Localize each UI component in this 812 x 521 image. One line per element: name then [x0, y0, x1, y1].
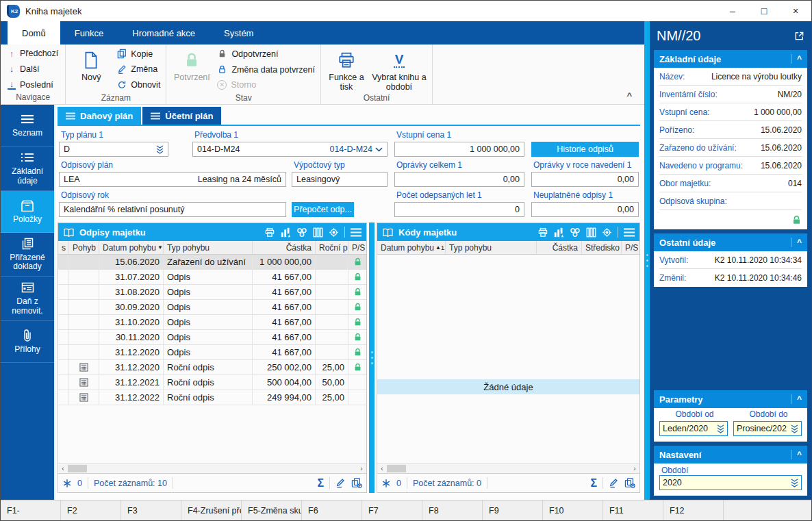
triple-chevron-icon[interactable] — [791, 479, 798, 487]
section-header-zakladni-udaje[interactable]: Základní údaje ^ — [654, 50, 807, 68]
scroll-left-icon[interactable]: ‹ — [377, 465, 387, 472]
horizontal-scrollbar[interactable]: ‹ › — [377, 463, 639, 473]
pocet-odepsanych-let-field[interactable]: 0 — [394, 202, 524, 217]
section-header-parametry[interactable]: Parametry ^ — [654, 390, 807, 408]
panel-splitter[interactable] — [644, 21, 650, 500]
typ-planu-field[interactable]: D — [59, 142, 168, 157]
section-header-nastaveni[interactable]: Nastavení ^ — [654, 446, 807, 463]
copy-add-icon[interactable] — [351, 478, 362, 488]
ribbon-collapse-icon[interactable]: ^ — [626, 91, 632, 100]
scroll-left-icon[interactable]: ‹ — [58, 465, 68, 472]
fkey-f9[interactable]: F9 — [483, 500, 543, 520]
table-row[interactable]: 15.06.2020 Zařazení do užívání 1 000 000… — [58, 255, 366, 270]
chart-icon[interactable] — [281, 227, 291, 238]
column-header[interactable]: Středisko — [582, 241, 622, 254]
sidebar-item-prilohy[interactable]: Přílohy — [1, 321, 54, 363]
column-header[interactable]: P/S — [622, 241, 639, 254]
table-row[interactable]: 31.12.2022 Roční odpis 249 994,00 25,00 — [58, 390, 366, 405]
ribbon-tab-funkce[interactable]: Funkce — [60, 21, 118, 45]
column-header[interactable]: Roční pr — [316, 241, 348, 254]
ribbon-tab-hromadne-akce[interactable]: Hromadné akce — [118, 21, 210, 45]
unconfirm-button[interactable]: Odpotvrzení — [217, 49, 315, 59]
asterisk-icon[interactable] — [381, 479, 391, 488]
collapse-chevron-icon[interactable]: ^ — [791, 54, 802, 64]
triple-chevron-icon[interactable] — [717, 424, 724, 433]
column-header[interactable]: s — [58, 241, 69, 254]
gears-icon[interactable] — [296, 227, 307, 238]
obdobi-od-dropdown[interactable]: Leden/2020 — [659, 421, 728, 436]
functions-print-button[interactable]: Funkce a tisk — [325, 47, 368, 92]
scroll-right-icon[interactable]: › — [357, 465, 366, 472]
scroll-thumb[interactable] — [68, 465, 87, 472]
fkey-f11[interactable]: F11 — [603, 500, 663, 520]
fkey-f12[interactable]: F12 — [663, 500, 724, 520]
tab-ucetni-plan[interactable]: Účetní plán — [142, 107, 221, 125]
sidebar-item-prirazene-doklady[interactable]: Přiřazené doklady — [1, 233, 54, 277]
column-header[interactable]: Datum pohybu▲1 — [377, 241, 446, 254]
ribbon-tab-system[interactable]: Systém — [210, 21, 268, 45]
next-button[interactable]: ↓ Další — [8, 64, 58, 74]
prepocet-button[interactable]: Přepočet odp... — [292, 202, 354, 217]
print-icon[interactable] — [537, 227, 548, 238]
fkey-f8[interactable]: F8 — [422, 500, 483, 520]
collapse-chevron-icon[interactable]: ^ — [791, 394, 802, 404]
vstupni-cena-field[interactable]: 1 000 000,00 — [394, 142, 524, 157]
fkey-f4[interactable]: F4-Zrušení pře... — [181, 500, 242, 520]
column-header[interactable]: Částka — [253, 241, 316, 254]
new-button[interactable]: Nový — [70, 47, 112, 92]
menu-icon[interactable] — [351, 228, 361, 237]
fkey-f6[interactable]: F6 — [302, 500, 362, 520]
odpisovy-plan-field[interactable]: LEA Leasing na 24 měsíců — [59, 172, 286, 187]
sidebar-item-zakladni-udaje[interactable]: Základní údaje — [1, 147, 54, 191]
triple-chevron-icon[interactable] — [156, 145, 164, 154]
columns-icon[interactable] — [586, 227, 596, 238]
edit-icon[interactable] — [609, 478, 619, 488]
scroll-right-icon[interactable]: › — [630, 465, 639, 472]
select-book-period-button[interactable]: V Vybrat knihu a období — [370, 47, 428, 92]
neuplatnene-odpisy-field[interactable]: 0,00 — [531, 202, 639, 217]
historie-odpisu-button[interactable]: Historie odpisů — [531, 142, 639, 157]
table-row[interactable]: 31.07.2020 Odpis 41 667,00 — [58, 270, 366, 285]
table-row[interactable]: 30.09.2020 Odpis 41 667,00 — [58, 300, 366, 315]
fkey-f2[interactable]: F2 — [61, 500, 121, 520]
column-header[interactable]: Částka — [537, 241, 582, 254]
menu-icon[interactable] — [624, 228, 635, 237]
fkey-f7[interactable]: F7 — [362, 500, 422, 520]
asterisk-icon[interactable] — [62, 479, 72, 488]
close-button[interactable]: × — [780, 1, 811, 21]
refresh-button[interactable]: Obnovit — [116, 79, 160, 90]
table-row[interactable]: 31.12.2020 Roční odpis 250 002,00 25,00 — [58, 360, 366, 375]
table-row[interactable]: 31.10.2020 Odpis 41 667,00 — [58, 315, 366, 330]
obdobi-dropdown[interactable]: 2020 — [659, 475, 802, 490]
collapse-chevron-icon[interactable]: ^ — [791, 238, 802, 247]
fkey-f3[interactable]: F3 — [121, 500, 181, 520]
fkey-f5[interactable]: F5-Změna sku... — [242, 500, 302, 520]
fkey-f10[interactable]: F10 — [543, 500, 603, 520]
table-row[interactable]: 30.11.2020 Odpis 41 667,00 — [58, 330, 366, 345]
ribbon-tab-domu[interactable]: Domů — [8, 21, 60, 45]
horizontal-scrollbar[interactable]: ‹ › — [58, 463, 366, 473]
sidebar-item-dan-z-nemovit[interactable]: Daň z nemovit. — [1, 277, 54, 321]
vypoctovy-typ-field[interactable]: Leasingový — [292, 172, 388, 187]
last-button[interactable]: ↓ Poslední — [8, 79, 58, 90]
opravky-v-roce-field[interactable]: 0,00 — [531, 172, 639, 187]
table-row[interactable]: 31.12.2020 Odpis 41 667,00 — [58, 345, 366, 360]
columns-icon[interactable] — [313, 227, 323, 238]
confirm-button[interactable]: Potvrzení — [170, 47, 213, 92]
sum-icon[interactable]: Σ — [590, 478, 597, 489]
opravky-celkem-field[interactable]: 0,00 — [394, 172, 524, 187]
predvolba-field[interactable]: 014-D-M24 014-D-M24 — [192, 142, 388, 157]
triple-chevron-icon[interactable] — [791, 424, 798, 433]
change-button[interactable]: Změna — [116, 64, 160, 75]
sidebar-item-polozky[interactable]: Položky — [1, 191, 54, 233]
copy-button[interactable]: Kopie — [116, 49, 160, 59]
chart-icon[interactable] — [554, 227, 564, 238]
table-row[interactable]: 31.08.2020 Odpis 41 667,00 — [58, 285, 366, 300]
tab-danovy-plan[interactable]: Daňový plán — [58, 107, 141, 125]
column-header[interactable]: Datum pohybu▼1 — [99, 241, 164, 254]
column-header[interactable]: Typ pohybu — [446, 241, 537, 254]
settings-gear-icon[interactable] — [329, 227, 339, 238]
gears-icon[interactable] — [570, 227, 581, 238]
settings-gear-icon[interactable] — [602, 227, 612, 238]
print-icon[interactable] — [264, 227, 275, 238]
